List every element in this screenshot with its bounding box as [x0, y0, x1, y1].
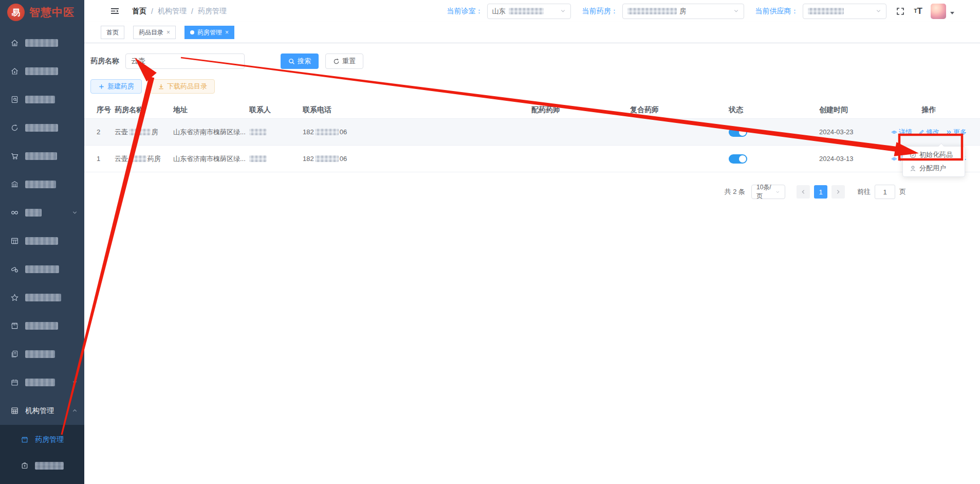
app-window: 易 智慧中医 机构管理 药房管理	[0, 0, 980, 484]
pharmacy-name-input[interactable]	[125, 53, 245, 69]
table-row: 1 云壶药房 山东省济南市槐荫区绿... 18206 2024-03-13 详情…	[84, 146, 980, 172]
pills-icon	[10, 265, 19, 274]
next-page-button[interactable]	[831, 185, 845, 199]
brand-logo: 易 智慧中医	[0, 0, 84, 25]
cart-icon	[10, 152, 19, 160]
brand-seal-icon: 易	[7, 4, 25, 21]
blurred-label	[25, 124, 58, 132]
cell-created: 2024-03-13	[819, 146, 891, 172]
col-contact: 联系人	[249, 102, 303, 118]
avatar[interactable]	[931, 4, 946, 19]
prev-page-button[interactable]	[797, 185, 810, 199]
sidebar-item-pharmacy-management[interactable]: 药房管理	[0, 427, 84, 453]
cell-created: 2024-03-23	[819, 119, 891, 145]
close-icon[interactable]: ×	[167, 29, 170, 35]
sidebar-item-4[interactable]	[0, 114, 84, 142]
blurred-label	[25, 350, 55, 358]
sidebar-item-12[interactable]	[0, 340, 84, 368]
status-toggle[interactable]	[729, 128, 747, 137]
cell-index: 1	[84, 146, 115, 172]
col-dispenser: 配药药师	[531, 102, 630, 118]
more-link[interactable]: 更多	[946, 128, 967, 137]
col-address: 地址	[173, 102, 249, 118]
blurred-text	[129, 155, 146, 162]
user-menu-caret-icon[interactable]	[950, 12, 954, 14]
blurred-value	[808, 8, 844, 14]
download-icon	[158, 83, 164, 90]
blurred-value	[627, 8, 677, 14]
table-header-row: 序号 药房名称 地址 联系人 联系电话 配药药师 复合药师 状态 创建时间 操作	[84, 102, 980, 119]
view-icon	[891, 129, 897, 135]
col-index: 序号	[84, 102, 115, 118]
sidebar-item-1[interactable]	[0, 29, 84, 57]
blurred-label	[25, 39, 58, 47]
create-pharmacy-button[interactable]: 新建药房	[90, 79, 142, 94]
tab-pharmacy-management[interactable]: 药房管理×	[184, 26, 234, 39]
col-name: 药房名称	[115, 102, 173, 118]
current-pharmacy-label: 当前药房：	[582, 7, 618, 16]
blurred-label	[25, 265, 59, 273]
reset-button-label: 重置	[342, 57, 356, 66]
status-toggle[interactable]	[729, 154, 747, 164]
cell-reviewer	[630, 146, 729, 172]
refresh-icon	[333, 58, 340, 65]
current-supplier-select[interactable]	[803, 4, 886, 19]
blurred-label	[25, 294, 61, 301]
tabs-bar: 首页 药品目录× 药房管理×	[84, 22, 980, 43]
sidebar-item-11[interactable]	[0, 312, 84, 340]
sidebar-item-5[interactable]	[0, 142, 84, 170]
sidebar-item-3[interactable]	[0, 85, 84, 114]
download-catalog-button[interactable]: 下载药品目录	[150, 79, 215, 94]
detail-link[interactable]: 详情	[891, 128, 912, 137]
breadcrumb-separator: /	[151, 7, 153, 15]
tab-home[interactable]: 首页	[101, 26, 124, 39]
sidebar-item-2[interactable]	[0, 57, 84, 85]
current-clinic-label: 当前诊室：	[447, 7, 483, 16]
sidebar-item-8[interactable]	[0, 227, 84, 255]
cell-address: 山东省济南市槐荫区绿...	[173, 146, 249, 172]
goto-page-input[interactable]	[875, 185, 895, 199]
current-supplier-group: 当前供应商：	[755, 4, 886, 19]
cell-phone: 18206	[303, 119, 531, 145]
cell-name: 云壶药房	[115, 146, 173, 172]
col-reviewer: 复合药师	[630, 102, 729, 118]
table-row: 2 云壶房 山东省济南市槐荫区绿... 18206 2024-03-23 详情 …	[84, 119, 980, 146]
sidebar-item-7[interactable]	[0, 199, 84, 227]
collapse-sidebar-icon[interactable]	[110, 7, 120, 15]
blurred-label	[25, 181, 56, 188]
cell-dispenser	[531, 146, 630, 172]
chevron-down-icon	[72, 380, 78, 385]
current-clinic-select[interactable]: 山东	[487, 4, 571, 19]
blurred-label	[25, 209, 42, 217]
sidebar-item-13[interactable]	[0, 368, 84, 397]
sidebar-item-6[interactable]	[0, 170, 84, 199]
current-pharmacy-select[interactable]: 房	[622, 4, 744, 19]
close-icon[interactable]: ×	[225, 29, 229, 35]
user-icon	[910, 165, 916, 172]
pharmacy-table: 序号 药房名称 地址 联系人 联系电话 配药药师 复合药师 状态 创建时间 操作…	[84, 102, 980, 172]
menu-item-init-drugs[interactable]: 初始化药品	[903, 148, 965, 162]
pharmacy-name-label: 药房名称	[90, 57, 119, 66]
sidebar-item-9[interactable]	[0, 255, 84, 283]
search-button[interactable]: 搜索	[281, 53, 319, 69]
edit-link[interactable]: 修改	[918, 128, 939, 137]
sidebar-item-10[interactable]	[0, 283, 84, 312]
menu-item-assign-users[interactable]: 分配用户	[903, 162, 965, 175]
breadcrumb-home[interactable]: 首页	[132, 7, 146, 16]
blurred-text	[249, 129, 267, 135]
font-size-icon[interactable]: TT	[914, 6, 923, 16]
page-1-button[interactable]: 1	[814, 185, 827, 199]
fullscreen-icon[interactable]	[896, 7, 905, 16]
reset-button[interactable]: 重置	[325, 53, 363, 69]
menu-item-label: 分配用户	[919, 164, 946, 173]
arrow-right-icon	[836, 189, 841, 194]
breadcrumb-org[interactable]: 机构管理	[158, 7, 187, 16]
tab-drug-catalog[interactable]: 药品目录×	[133, 26, 176, 39]
cell-contact	[249, 119, 303, 145]
grid-icon	[10, 406, 19, 415]
sidebar-subitem-2[interactable]	[0, 453, 84, 478]
sidebar-item-org-management[interactable]: 机构管理	[0, 397, 84, 425]
page-size-select[interactable]: 10条/页	[751, 185, 785, 199]
current-supplier-label: 当前供应商：	[755, 7, 799, 16]
cell-phone: 18206	[303, 146, 531, 172]
